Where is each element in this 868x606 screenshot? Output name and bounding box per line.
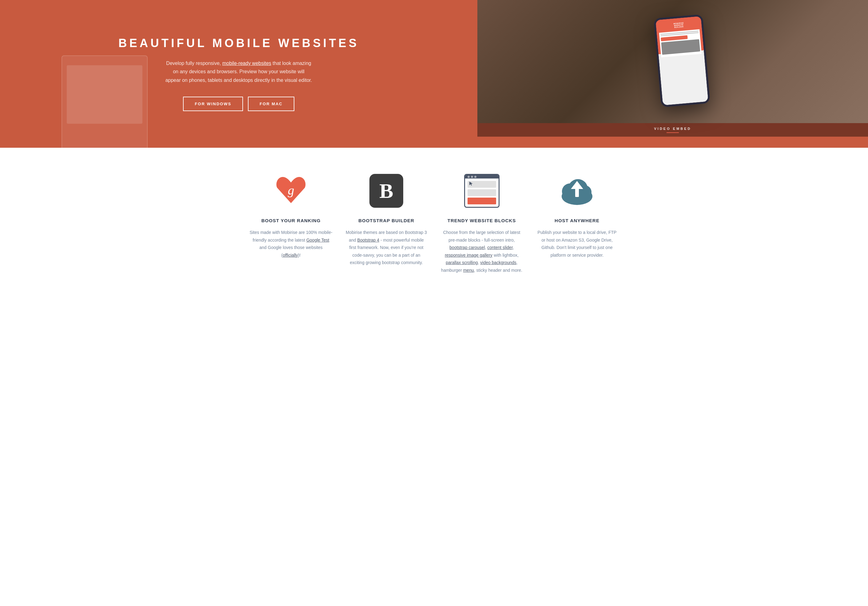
hero-video-label: VIDEO EMBED [654, 127, 691, 131]
phone-device: MOBIRISE WEBSITE BUILDER [654, 14, 710, 107]
features-section: g BOOST YOUR RANKING Sites made with Mob… [0, 148, 868, 292]
feature-desc-boost: Sites made with Mobirise are 100% mobile… [250, 229, 333, 259]
phone-screen-body [659, 29, 702, 57]
bootstrap-icon: B [368, 172, 405, 209]
browser-body [465, 179, 499, 207]
heart-svg: g [274, 174, 308, 206]
browser-block-orange [468, 197, 496, 204]
cloud-upload-icon [559, 172, 595, 209]
google-heart-icon: g [273, 172, 309, 209]
trendy-link-menu[interactable]: menu [463, 268, 474, 273]
feature-item-boost: g BOOST YOUR RANKING Sites made with Mob… [250, 172, 333, 274]
hero-content: BEAUTIFUL MOBILE WEBSITES Develop fully … [0, 0, 477, 148]
trendy-desc-end: , sticky header and more. [474, 268, 522, 273]
browser-dot-2 [471, 176, 473, 178]
feature-title-bootstrap: BOOTSTRAP BUILDER [358, 218, 414, 223]
boost-link-officially[interactable]: officially [283, 253, 298, 258]
trendy-link-parallax[interactable]: parallax scrolling [446, 260, 478, 265]
trendy-link-gallery[interactable]: responsive image gallery [445, 253, 493, 258]
trendy-desc-mid3: with lightbox, [493, 253, 519, 258]
hero-section: BEAUTIFUL MOBILE WEBSITES Develop fully … [0, 0, 868, 148]
svg-marker-1 [470, 182, 473, 186]
cloud-svg [557, 176, 597, 206]
hero-buttons: FOR WINDOWS FOR MAC [183, 96, 294, 111]
browser-blocks-icon [463, 172, 500, 209]
trendy-desc-prefix: Choose from the large selection of lates… [443, 230, 521, 242]
trendy-desc-mid2: , [513, 245, 514, 250]
bootstrap-link-4[interactable]: Bootstrap 4 [357, 238, 379, 242]
feature-item-host: HOST ANYWHERE Publish your website to a … [535, 172, 618, 274]
hero-desc-link[interactable]: mobile-ready websites [222, 61, 271, 66]
browser-graphic [464, 174, 499, 208]
browser-dot-3 [474, 176, 476, 178]
hero-title: BEAUTIFUL MOBILE WEBSITES [118, 37, 359, 50]
hero-desc-prefix: Develop fully responsive, [166, 61, 222, 66]
feature-desc-trendy: Choose from the large selection of lates… [440, 229, 523, 274]
feature-title-host: HOST ANYWHERE [555, 218, 600, 223]
svg-text:g: g [288, 183, 294, 197]
browser-top-bar [465, 175, 499, 179]
browser-cursor-icon [469, 181, 473, 187]
cloud-graphic [557, 174, 597, 208]
feature-title-trendy: TRENDY WEBSITE BLOCKS [448, 218, 516, 223]
hero-video-line [666, 132, 679, 133]
bootstrap-letter: B [379, 180, 393, 201]
google-heart-graphic: g [274, 174, 308, 208]
phone-mockup-container: MOBIRISE WEBSITE BUILDER [477, 0, 868, 123]
feature-desc-bootstrap: Mobirise themes are based on Bootstrap 3… [345, 229, 428, 267]
hero-image-side: MOBIRISE WEBSITE BUILDER VIDEO EMBED [477, 0, 868, 148]
boost-desc-end: )! [298, 253, 301, 258]
trendy-link-slider[interactable]: content slider [487, 245, 513, 250]
browser-dot-1 [468, 176, 470, 178]
feature-desc-host: Publish your website to a local drive, F… [535, 229, 618, 259]
bootstrap-graphic: B [369, 174, 403, 208]
phone-screen: MOBIRISE WEBSITE BUILDER [656, 16, 708, 105]
feature-title-boost: BOOST YOUR RANKING [262, 218, 321, 223]
feature-item-bootstrap: B BOOTSTRAP BUILDER Mobirise themes are … [345, 172, 428, 274]
boost-link-google-test[interactable]: Google Test [306, 238, 329, 242]
svg-rect-6 [575, 188, 579, 197]
trendy-link-video-bg[interactable]: video backgrounds [480, 260, 516, 265]
mac-button[interactable]: FOR MAC [248, 96, 294, 111]
browser-block-2 [468, 189, 496, 196]
hero-video-bar: VIDEO EMBED [477, 123, 868, 137]
hero-description: Develop fully responsive, mobile-ready w… [165, 59, 313, 84]
trendy-link-carousel[interactable]: bootstrap carousel [450, 245, 485, 250]
features-grid: g BOOST YOUR RANKING Sites made with Mob… [250, 172, 618, 274]
feature-item-trendy: TRENDY WEBSITE BLOCKS Choose from the la… [440, 172, 523, 274]
phone-screen-img-area [661, 39, 700, 55]
windows-button[interactable]: FOR WINDOWS [183, 96, 243, 111]
